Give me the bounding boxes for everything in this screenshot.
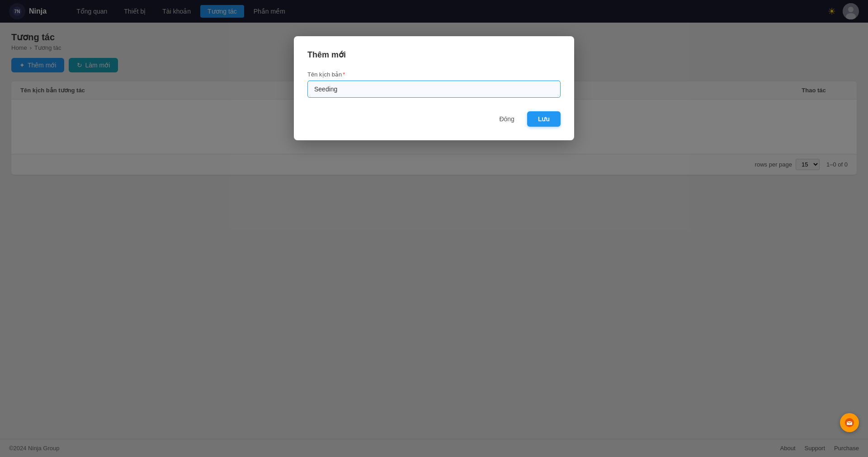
required-indicator: * [343,71,345,78]
modal-title: Thêm mới [307,50,561,60]
chat-bubble[interactable] [840,413,859,432]
modal-dialog: Thêm mới Tên kịch bản* Đóng Lưu [294,36,574,140]
close-button[interactable]: Đóng [492,112,521,126]
form-label-name: Tên kịch bản* [307,71,561,78]
save-button[interactable]: Lưu [527,111,561,127]
scenario-name-input[interactable] [307,81,561,98]
modal-footer: Đóng Lưu [307,111,561,127]
modal-overlay[interactable]: Thêm mới Tên kịch bản* Đóng Lưu [0,0,868,457]
form-group-name: Tên kịch bản* [307,71,561,98]
